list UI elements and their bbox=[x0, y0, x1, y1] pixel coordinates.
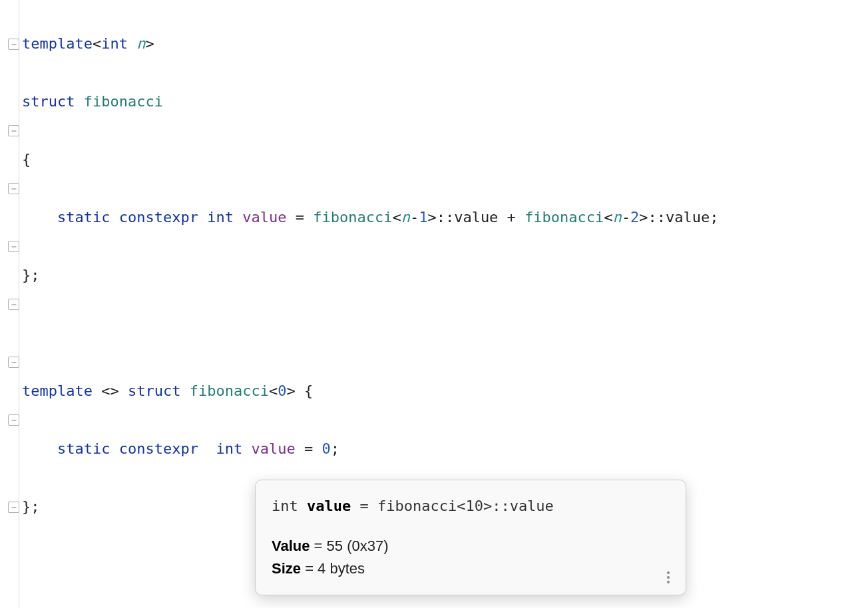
fold-toggle-icon[interactable] bbox=[8, 183, 19, 194]
code-editor[interactable]: template<int n> struct fibonacci { stati… bbox=[0, 0, 868, 608]
fold-toggle-icon[interactable] bbox=[8, 125, 19, 136]
gutter bbox=[0, 0, 19, 608]
fold-toggle-icon[interactable] bbox=[8, 39, 19, 50]
code-line[interactable]: struct fibonacci bbox=[22, 87, 868, 116]
code-line[interactable]: template<int n> bbox=[22, 29, 868, 59]
fold-toggle-icon[interactable] bbox=[8, 299, 19, 310]
more-actions-icon[interactable] bbox=[660, 569, 676, 585]
code-line[interactable]: static constexpr int value = fibonacci<n… bbox=[22, 203, 868, 232]
code-line[interactable]: { bbox=[22, 145, 868, 174]
fold-toggle-icon[interactable] bbox=[8, 357, 19, 368]
fold-toggle-icon[interactable] bbox=[8, 414, 19, 426]
fold-toggle-icon[interactable] bbox=[8, 241, 19, 252]
fold-toggle-icon[interactable] bbox=[8, 502, 19, 513]
tooltip-size-row: Size = 4 bytes bbox=[272, 557, 670, 580]
hover-tooltip: int value = fibonacci<10>::value Value =… bbox=[255, 480, 686, 595]
code-line[interactable]: }; bbox=[22, 261, 868, 290]
code-line[interactable]: template <> struct fibonacci<0> { bbox=[22, 377, 868, 406]
tooltip-definition: int value = fibonacci<10>::value bbox=[272, 495, 670, 518]
tooltip-value-row: Value = 55 (0x37) bbox=[272, 535, 670, 557]
code-line[interactable] bbox=[22, 319, 868, 348]
code-line[interactable]: static constexpr int value = 0; bbox=[22, 434, 868, 464]
